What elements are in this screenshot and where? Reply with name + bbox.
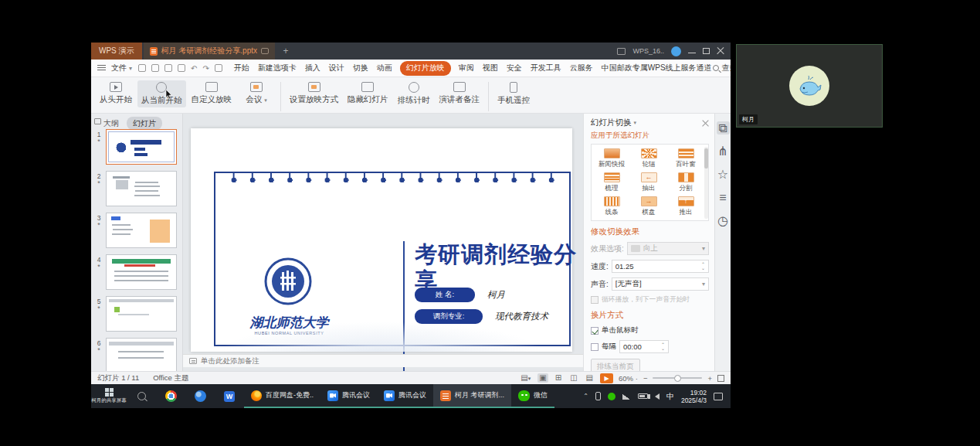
effect-blinds[interactable]: 百叶窗: [667, 147, 704, 171]
redo-icon[interactable]: ↷: [202, 64, 209, 73]
browser-taskbar-icon[interactable]: [185, 384, 215, 408]
display-options-icon[interactable]: ▤▾: [519, 373, 532, 383]
effect-comb[interactable]: 梳理: [593, 171, 630, 195]
taskbar-app-tencent-meeting-2[interactable]: 腾讯会议: [377, 384, 433, 408]
tab-slides[interactable]: 幻灯片: [127, 117, 162, 130]
auto-advance-time-input[interactable]: 00:00 ⌃⌄: [619, 340, 669, 353]
menu-insert[interactable]: 插入: [304, 61, 321, 75]
sound-dropdown[interactable]: [无声音] ▾: [612, 277, 709, 291]
print-icon[interactable]: [164, 64, 172, 72]
effects-scrollbar[interactable]: [704, 147, 708, 219]
effect-option-dropdown[interactable]: 向上 ▾: [627, 242, 709, 255]
object-properties-icon[interactable]: ≡: [717, 191, 730, 204]
wps-taskbar-icon[interactable]: W: [215, 384, 244, 408]
custom-slideshow-button[interactable]: 自定义放映: [188, 80, 236, 107]
animation-pane-icon[interactable]: ⋔: [717, 145, 730, 158]
volume-icon[interactable]: [655, 393, 660, 400]
meeting-button[interactable]: 会议 ▾: [237, 80, 276, 107]
close-button[interactable]: [717, 47, 724, 55]
zoom-slider[interactable]: [653, 377, 702, 379]
slide-thumbnail-1[interactable]: [106, 129, 177, 165]
effect-push[interactable]: 推出: [667, 195, 704, 219]
account-avatar[interactable]: [671, 46, 681, 56]
from-beginning-button[interactable]: 从头开始: [96, 80, 136, 107]
tray-expand-icon[interactable]: ⌃: [583, 393, 588, 400]
menu-cloud[interactable]: 云服务: [569, 61, 594, 75]
slide-thumbnail-4[interactable]: [106, 254, 177, 290]
menu-design[interactable]: 设计: [328, 61, 345, 75]
save-icon[interactable]: [138, 64, 146, 72]
tab-outline[interactable]: 大纲: [103, 118, 119, 129]
slide-thumbnail-6[interactable]: [106, 338, 177, 371]
taskbar-app-wechat[interactable]: 微信: [511, 384, 554, 408]
effect-newsflash[interactable]: 新闻快报: [593, 147, 630, 171]
auto-advance-checkbox[interactable]: [591, 343, 599, 351]
spinner-icon[interactable]: ⌃⌄: [661, 343, 665, 351]
on-click-checkbox[interactable]: [591, 327, 599, 335]
wps-app-tab[interactable]: WPS 演示: [91, 43, 142, 60]
menu-security[interactable]: 安全: [506, 61, 523, 75]
smart-features-icon[interactable]: ☆: [717, 168, 730, 181]
slideshow-play-button[interactable]: ▶: [600, 373, 613, 383]
slide-title[interactable]: 考研调剂经验分享: [415, 241, 583, 294]
chrome-taskbar-icon[interactable]: [156, 384, 185, 408]
maximize-button[interactable]: [703, 48, 710, 54]
wechat-tray-icon[interactable]: [608, 393, 615, 400]
menu-slideshow-active[interactable]: 幻灯片放映: [400, 61, 451, 76]
loop-checkbox[interactable]: [591, 296, 599, 304]
effect-wheel[interactable]: 轮辐: [630, 147, 667, 171]
slide-sorter-view-icon[interactable]: ⊞: [554, 373, 563, 383]
network-icon[interactable]: [622, 393, 631, 400]
file-menu[interactable]: 文件 ▾: [97, 63, 132, 73]
panel-dropdown-icon[interactable]: ▾: [634, 120, 637, 126]
transition-pane-icon[interactable]: ⧉: [717, 121, 730, 134]
battery-icon[interactable]: [638, 393, 648, 399]
taskbar-search-button[interactable]: [127, 384, 156, 408]
clock-widget[interactable]: 19:02 2025/4/3: [681, 389, 707, 404]
zoom-slider-knob[interactable]: [674, 375, 681, 382]
slide-thumbnail-2[interactable]: [106, 171, 177, 206]
comment-icon[interactable]: [261, 48, 269, 54]
current-slide[interactable]: 湖北师范大学 HUBEI NORMAL UNIVERSITY 考研调剂经验分享 …: [191, 128, 572, 352]
effect-split[interactable]: 分割: [667, 171, 704, 195]
panel-toggle-icon[interactable]: [94, 118, 101, 124]
notes-view-icon[interactable]: ▤: [585, 373, 595, 383]
effect-checkerboard[interactable]: 棋盘: [630, 195, 667, 219]
phone-remote-button[interactable]: 手机遥控: [493, 80, 534, 107]
menu-china-post-wps[interactable]: 中国邮政专属WPS线上服务通道: [601, 61, 713, 75]
participant-video-tile[interactable]: 柯月: [736, 44, 883, 128]
minimize-button[interactable]: [688, 53, 696, 53]
zoom-out-button[interactable]: −: [643, 374, 648, 383]
menu-new-tab[interactable]: 新建选项卡: [257, 61, 297, 75]
hide-slide-button[interactable]: 隐藏幻灯片: [344, 80, 392, 107]
menu-devtools[interactable]: 开发工具: [530, 61, 562, 75]
document-tab[interactable]: 柯月 考研调剂经验分享.pptx: [144, 43, 275, 60]
menu-animations[interactable]: 动画: [376, 61, 393, 75]
from-current-button[interactable]: 从当前开始: [137, 80, 186, 107]
layout-icon[interactable]: [617, 48, 626, 55]
taskbar-app-baidu-netdisk[interactable]: 百度网盘-免费..: [244, 384, 320, 408]
new-tab-button[interactable]: +: [280, 45, 292, 57]
presenter-notes-button[interactable]: 演讲者备注: [436, 80, 484, 107]
panel-close-icon[interactable]: [702, 120, 709, 127]
rehearse-current-button[interactable]: 排练当前页: [591, 359, 640, 371]
ime-indicator[interactable]: 中: [666, 391, 674, 402]
find-command[interactable]: 查找命令: [713, 63, 731, 73]
reading-view-icon[interactable]: ◫: [568, 373, 578, 383]
action-center-icon[interactable]: [714, 393, 723, 400]
history-icon[interactable]: ◷: [717, 214, 730, 227]
menu-review[interactable]: 审阅: [458, 61, 475, 75]
format-painter-icon[interactable]: [215, 64, 222, 72]
undo-icon[interactable]: ↶: [191, 64, 197, 73]
start-button[interactable]: 柯月的共享屏幕: [91, 384, 127, 408]
output-icon[interactable]: [151, 64, 159, 72]
slide-thumbnail-3[interactable]: [106, 213, 177, 248]
notes-bar[interactable]: 单击此处添加备注: [183, 354, 583, 367]
fullscreen-icon[interactable]: [717, 375, 724, 382]
zoom-level[interactable]: 60% ·: [619, 374, 638, 383]
preview-icon[interactable]: [178, 64, 185, 72]
phone-link-icon[interactable]: [595, 392, 601, 400]
effect-pull[interactable]: 抽出: [630, 171, 667, 195]
effect-lines[interactable]: 线条: [593, 195, 630, 219]
taskbar-app-wps-presentation[interactable]: 柯月 考研调剂...: [433, 384, 511, 408]
